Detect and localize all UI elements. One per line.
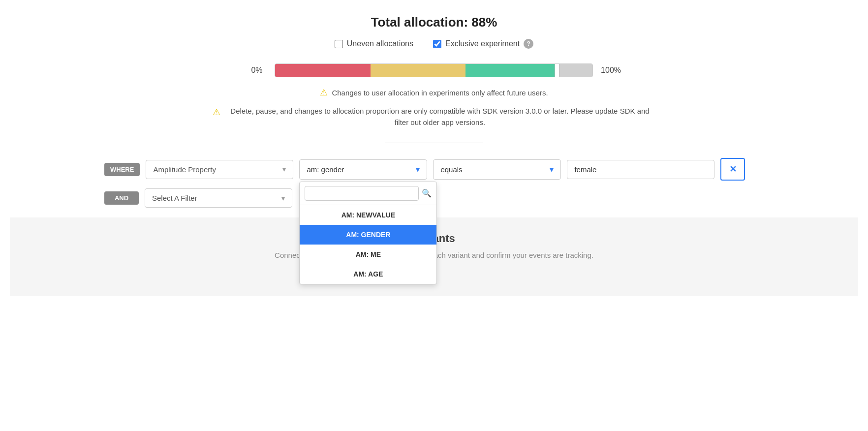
dropdown-option-gender[interactable]: AM: GENDER — [300, 225, 436, 245]
allocation-bar-row: 0% 100% — [247, 63, 621, 77]
exclusive-experiment-text: Exclusive experiment — [445, 39, 520, 48]
property-dropdown-chevron: ▾ — [416, 165, 420, 174]
warning-row: ⚠ Delete, pause, and changes to allocati… — [213, 106, 655, 128]
checkboxes-row: Uneven allocations Exclusive experiment … — [335, 39, 533, 49]
dropdown-option-newvalue[interactable]: AM: NEWVALUE — [300, 205, 436, 225]
exclusive-experiment-checkbox[interactable] — [433, 40, 441, 48]
select-a-filter-label: Select A Filter — [152, 194, 197, 202]
property-dropdown-value: am: gender — [307, 165, 344, 174]
exclusive-experiment-label[interactable]: Exclusive experiment ? — [433, 39, 533, 49]
condition-value: equals — [440, 165, 462, 174]
where-badge: WHERE — [104, 163, 140, 176]
warning-message-text: Delete, pause, and changes to allocation… — [224, 106, 655, 128]
and-row: AND Select A Filter ▾ — [104, 188, 803, 208]
filter-section: WHERE Amplitude Property ▾ am: gender ▾ … — [65, 158, 803, 208]
filter-value-input[interactable] — [567, 160, 714, 179]
bar-segment-green — [465, 64, 555, 77]
uneven-allocations-label[interactable]: Uneven allocations — [335, 39, 413, 48]
property-dropdown[interactable]: am: gender ▾ — [299, 159, 427, 180]
amplitude-property-chevron: ▾ — [282, 165, 286, 173]
search-icon: 🔍 — [422, 188, 432, 198]
dropdown-search-row: 🔍 — [300, 182, 436, 205]
amplitude-property-label: Amplitude Property — [153, 165, 216, 174]
dropdown-option-age[interactable]: AM: AGE — [300, 264, 436, 284]
where-row: WHERE Amplitude Property ▾ am: gender ▾ … — [104, 158, 803, 181]
delete-filter-button[interactable]: ✕ — [720, 158, 745, 181]
dropdown-search-input[interactable] — [305, 186, 419, 201]
bar-segment-yellow — [371, 64, 466, 77]
property-dropdown-wrapper: am: gender ▾ 🔍 AM: NEWVALUE AM: GENDER A… — [299, 159, 427, 180]
bar-label-left: 0% — [247, 66, 267, 75]
property-dropdown-popup: 🔍 AM: NEWVALUE AM: GENDER AM: ME AM: AGE — [299, 182, 437, 284]
bar-handle[interactable] — [555, 64, 559, 77]
main-container: Total allocation: 88% Uneven allocations… — [0, 0, 868, 311]
help-icon[interactable]: ? — [524, 39, 533, 49]
dropdown-option-me[interactable]: AM: ME — [300, 245, 436, 264]
divider — [385, 143, 483, 143]
and-badge: AND — [104, 191, 139, 205]
uneven-allocations-checkbox[interactable] — [335, 40, 343, 48]
bar-segment-red — [275, 64, 371, 77]
condition-chevron: ▾ — [550, 165, 554, 174]
bar-label-right: 100% — [601, 66, 621, 75]
info-warning-icon: ⚠ — [320, 87, 328, 98]
select-a-filter-dropdown[interactable]: Select A Filter ▾ — [145, 188, 292, 208]
allocation-bar[interactable] — [275, 63, 593, 77]
amplitude-property-selector[interactable]: Amplitude Property ▾ — [146, 160, 293, 179]
select-filter-chevron: ▾ — [281, 194, 285, 202]
uneven-allocations-text: Uneven allocations — [347, 39, 413, 48]
warning-icon: ⚠ — [213, 106, 220, 119]
info-message-text: Changes to user allocation in experiment… — [332, 89, 548, 97]
bar-segment-gray — [559, 64, 592, 77]
info-row: ⚠ Changes to user allocation in experime… — [320, 87, 548, 98]
condition-dropdown[interactable]: equals ▾ — [433, 159, 561, 180]
total-allocation-heading: Total allocation: 88% — [371, 15, 497, 30]
